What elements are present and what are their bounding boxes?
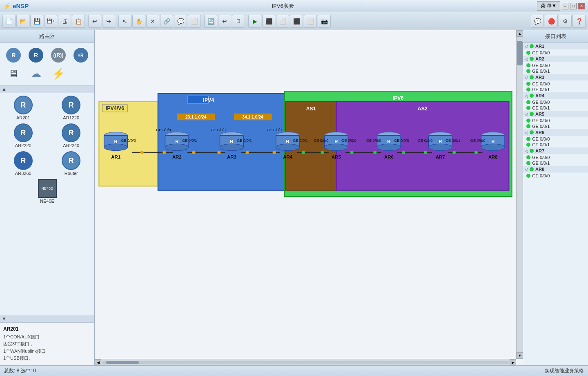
maximize-button[interactable]: □ — [570, 3, 577, 9]
device-row-4: NE40E NE40E — [2, 179, 92, 204]
text-button[interactable]: 💬 — [174, 15, 187, 28]
iface-ar1-ge000[interactable]: GE 0/0/0 — [523, 50, 588, 56]
iface-router-ar7[interactable]: ◁ AR7 — [523, 148, 588, 154]
diagram-button[interactable]: ⬜ — [304, 15, 317, 28]
ar4-expand-icon: ◁ — [525, 94, 528, 98]
ar5-port-right: GE 0/0/0 — [341, 139, 356, 143]
iface-ar8-ge000[interactable]: GE 0/0/0 — [523, 173, 588, 179]
right-panel: 接口列表 ◁ AR1 GE 0/0/0 ◁ AR2 GE 0/0/0 — [523, 30, 588, 365]
help-button[interactable]: ❓ — [572, 15, 586, 28]
new-button[interactable]: 📄 — [2, 15, 16, 28]
iface-ar3-ge000[interactable]: GE 0/0/0 — [523, 81, 588, 87]
scroll-v-thumb[interactable] — [517, 41, 523, 65]
horizontal-scrollbar[interactable]: ◀ ▶ — [95, 359, 516, 365]
iface-ar6-ge000[interactable]: GE 0/0/0 — [523, 136, 588, 142]
sidebar: 路由器 R R ((R)) ≡R 🖥 ☁ ⚡ — [0, 30, 95, 365]
device-row-1: R AR201 R AR1220 — [2, 96, 92, 120]
scroll-down-btn[interactable]: ▼ — [517, 352, 523, 359]
snapshot-button[interactable]: 📷 — [318, 15, 331, 28]
refresh-button[interactable]: 🔄 — [204, 15, 217, 28]
iface-router-ar6[interactable]: ◁ AR6 — [523, 129, 588, 136]
menu-button[interactable]: 菜 单▼ — [537, 1, 560, 11]
ar8-text: R — [491, 139, 494, 144]
scroll-up-btn[interactable]: ▲ — [517, 30, 523, 37]
print-preview-button[interactable]: 🖨 — [58, 15, 71, 28]
undo-button[interactable]: ↩ — [88, 15, 101, 28]
settings-button[interactable]: ⚙ — [559, 15, 572, 28]
redo-button[interactable]: ↪ — [102, 15, 115, 28]
save-button[interactable]: 💾 — [30, 15, 43, 28]
rect-button[interactable]: ⬜ — [188, 15, 201, 28]
device-icon-flash[interactable]: ⚡ — [48, 66, 69, 82]
iface-router-ar1[interactable]: ◁ AR1 — [523, 43, 588, 49]
iface-ar7-ge000[interactable]: GE 0/0/0 — [523, 154, 588, 160]
vertical-scrollbar[interactable]: ▲ ▼ — [516, 30, 523, 359]
iface-router-ar5[interactable]: ◁ AR5 — [523, 111, 588, 117]
close-button[interactable]: ✕ — [578, 3, 585, 9]
device-icon-cloud[interactable]: ☁ — [26, 66, 47, 82]
fullscreen-button[interactable]: ⬜ — [276, 15, 289, 28]
huawei-button[interactable]: 🔴 — [545, 15, 558, 28]
iface-ar5-ge000[interactable]: GE 0/0/0 — [523, 118, 588, 123]
iface-ar7-ge001[interactable]: GE 0/0/1 — [523, 160, 588, 166]
open-button[interactable]: 📂 — [16, 15, 29, 28]
back-button[interactable]: ↩ — [218, 15, 231, 28]
iface-ar4-ge001[interactable]: GE 0/0/1 — [523, 105, 588, 111]
dot-ar8-left — [474, 151, 478, 154]
iface-router-ar4[interactable]: ◁ AR4 — [523, 92, 588, 99]
device-router[interactable]: R Router — [51, 151, 92, 176]
dot-ar5-right — [350, 151, 353, 154]
device-icon-server[interactable]: ≡R — [70, 46, 91, 64]
server-icon: ≡R — [74, 48, 88, 63]
scroll-left-btn[interactable]: ◀ — [95, 359, 101, 366]
iface-ar3-ge001[interactable]: GE 0/0/1 — [523, 87, 588, 92]
ar3260-label: AR3260 — [15, 171, 31, 176]
device-ar1220[interactable]: R AR1220 — [51, 96, 92, 120]
saveas-button[interactable]: 💾+ — [44, 15, 57, 28]
ar4-status — [530, 94, 534, 98]
chat-button[interactable]: 💬 — [531, 15, 544, 28]
pan-button[interactable]: ✋ — [132, 15, 145, 28]
device-ne40e[interactable]: NE40E NE40E — [2, 179, 92, 204]
screen-button[interactable]: 🖥 — [232, 15, 245, 28]
iface-ar6-ge001[interactable]: GE 0/0/1 — [523, 142, 588, 148]
ar2220-icon: R — [14, 123, 33, 142]
device-ar201[interactable]: R AR201 — [2, 96, 44, 120]
play-button[interactable]: ▶ — [248, 15, 261, 28]
device-ar3260[interactable]: R AR3260 — [2, 151, 44, 176]
stop-button[interactable]: ⬛ — [262, 15, 275, 28]
iface-ar4-ge000[interactable]: GE 0/0/0 — [523, 99, 588, 105]
device-icon-wifi[interactable]: ((R)) — [48, 46, 69, 64]
device-ar2240[interactable]: R AR2240 — [51, 123, 92, 148]
ar6-port-right: GE 0/0/0 — [394, 139, 409, 143]
ar7-ge000-label: GE 0/0/0 — [532, 155, 550, 160]
device-icon-router2[interactable]: R — [26, 46, 47, 64]
minimize-button[interactable]: － — [562, 3, 568, 9]
ar3-node-label: AR3 — [227, 154, 236, 159]
iface-router-ar8[interactable]: ◁ AR8 — [523, 166, 588, 172]
scroll-up-icon[interactable]: ▲ — [2, 86, 7, 92]
scroll-h-thumb[interactable] — [106, 361, 139, 364]
scroll-down-icon[interactable]: ▼ — [2, 316, 7, 322]
device-icon-router1[interactable]: R — [3, 46, 24, 64]
device-icon-monitor[interactable]: 🖥 — [3, 66, 24, 82]
ip-label-text-1: 23.1.1.0/24 — [185, 115, 207, 119]
zone-label-ipv4: IPV4 — [203, 97, 214, 103]
ar8-ge000-status — [526, 174, 530, 178]
iface-ar2-ge001[interactable]: GE 0/0/1 — [523, 68, 588, 74]
ar6-port-left: GE 0/0/0 — [366, 139, 381, 143]
link-button[interactable]: 🔗 — [160, 15, 173, 28]
dot-ar4-left — [273, 151, 276, 154]
select-button[interactable]: ↖ — [118, 15, 131, 28]
device-ar2220[interactable]: R AR2220 — [2, 123, 44, 148]
scroll-right-btn[interactable]: ▶ — [510, 359, 516, 366]
iface-ar2-ge000[interactable]: GE 0/0/0 — [523, 63, 588, 68]
capture-button[interactable]: ⬛ — [290, 15, 303, 28]
status-info: 实现智能业务策略 — [545, 367, 584, 374]
iface-router-ar3[interactable]: ◁ AR3 — [523, 74, 588, 81]
print-button[interactable]: 📋 — [72, 15, 85, 28]
iface-router-ar2[interactable]: ◁ AR2 — [523, 56, 588, 62]
iface-ar5-ge001[interactable]: GE 0/0/1 — [523, 123, 588, 129]
delete-button[interactable]: ✕ — [146, 15, 159, 28]
ar6-expand-icon: ◁ — [525, 130, 528, 135]
